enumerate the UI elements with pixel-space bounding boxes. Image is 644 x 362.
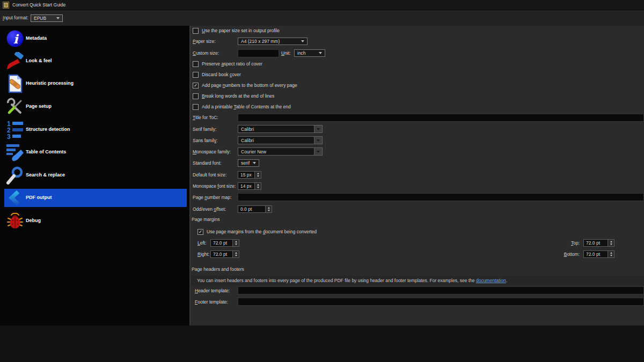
description-period: . [506,278,507,283]
sidebar-item-metadata[interactable]: i Metadata [4,28,187,49]
default-font-size-label-row: Default font size: [193,171,226,179]
default-font-size-label: Default font size: [193,172,226,178]
monospace-family-dropdown[interactable]: Courier New [238,147,323,156]
chevron-down-icon [319,52,322,54]
checkbox-box[interactable] [193,93,199,99]
toc-hand-icon [4,143,26,161]
footer-template-input[interactable] [238,298,644,306]
standard-font-dropdown[interactable]: serif [238,159,259,167]
page-number-map-label-row: Page number map: [193,194,231,201]
odd-even-offset-label-row: Odd/even offset: [193,205,226,213]
serif-family-dropdown[interactable]: Calibri [238,125,323,133]
page-margins-group-label: Page margins [192,216,219,223]
sidebar-item-label: PDF output [26,194,52,201]
paper-size-value: A4 (210 x 297 mm) [241,39,280,44]
checkbox-box[interactable]: ✓ [193,83,199,88]
monospace-font-size-spinner[interactable]: 14 px [238,182,261,190]
checkbox-box[interactable]: ✓ [197,229,203,235]
toc-title-input[interactable] [238,114,644,122]
margin-left-spinner[interactable]: 72.0 pt [210,239,239,247]
checkbox-box[interactable] [193,72,199,78]
margin-bottom-spinner[interactable]: 72.0 pt [583,250,614,258]
margin-right-value: 72.0 pt [211,251,232,257]
sidebar-item-debug[interactable]: Debug [4,210,187,232]
chevron-down-icon [317,128,320,130]
sidebar-item-label: Heuristic processing [26,80,74,87]
sidebar-item-page-setup[interactable]: Page setup [4,96,187,117]
standard-font-label-row: Standard font: [193,159,221,167]
chevron-down-icon [317,151,320,153]
sidebar-item-structure-detection[interactable]: 123 Structure detection [4,119,187,141]
spinner-buttons[interactable] [254,172,261,178]
spin-down-icon [610,255,612,256]
svg-text:3: 3 [7,133,11,139]
spin-up-icon [268,207,270,209]
spinner-buttons[interactable] [232,240,239,246]
monospace-family-label-row: Monospace family: [193,148,231,156]
sans-family-dropdown[interactable]: Calibri [238,136,323,144]
dropdown-button[interactable] [314,137,322,144]
custom-size-input[interactable] [238,49,279,57]
spinner-buttons[interactable] [608,240,614,246]
margin-right-spinner[interactable]: 72.0 pt [210,250,239,258]
checkbox-add-page-numbers[interactable]: ✓ Add page numbers to the bottom of ever… [193,82,297,89]
margin-left-value: 72.0 pt [211,240,232,246]
spin-down-icon [235,255,237,256]
chevron-down-icon [253,162,256,164]
dropdown-button[interactable] [314,148,322,155]
input-format-dropdown[interactable]: EPUB [31,14,63,22]
spinner-buttons[interactable] [232,251,239,257]
title-bar: Convert Quick Start Guide [0,0,644,10]
odd-even-offset-label: Odd/even offset: [193,206,226,212]
toc-title-label: Title for ToC: [193,115,218,120]
margin-top-value: 72.0 pt [584,240,608,246]
checkbox-printable-toc[interactable]: Add a printable Table of Contents at the… [193,103,291,110]
unit-label-row: Unit: [281,49,290,57]
spinner-buttons[interactable] [265,206,272,212]
checkbox-box[interactable] [193,61,199,67]
bottom-spacer [0,326,644,362]
spinner-buttons[interactable] [254,183,261,189]
header-template-input[interactable] [238,286,644,294]
footer-template-label-row: Footer template: [195,298,228,306]
chevron-down-icon [301,40,304,42]
page-headers-footers-group-label: Page headers and footers [192,265,244,273]
checkbox-box[interactable] [193,104,199,110]
unit-value: inch [297,50,306,56]
default-font-size-spinner[interactable]: 15 px [238,171,261,179]
documentation-link[interactable]: documentation [476,278,506,283]
paintbrush-icon [4,52,26,70]
dropdown-button[interactable] [314,125,322,132]
unit-dropdown[interactable]: inch [294,49,325,57]
sans-family-label: Sans family: [193,138,217,143]
margin-top-label: Top: [571,240,580,246]
checkbox-label: Add a printable Table of Contents at the… [202,104,291,109]
paper-size-dropdown[interactable]: A4 (210 x 297 mm) [238,38,308,45]
margin-top-spinner[interactable]: 72.0 pt [583,239,614,247]
headers-footers-description: You can insert headers and footers into … [191,276,644,285]
input-format-value: EPUB [34,16,46,21]
odd-even-offset-spinner[interactable]: 0.0 pt [238,205,272,213]
page-number-map-input[interactable] [238,193,644,201]
spinner-buttons[interactable] [608,251,614,257]
sidebar-item-label: Structure detection [26,126,70,133]
sidebar-item-look-and-feel[interactable]: Look & feel [4,50,187,72]
custom-size-label-row: Custom size: [193,49,219,57]
checkbox-use-document-margins[interactable]: ✓ Use page margins from the document bei… [197,228,317,235]
window-title: Convert Quick Start Guide [12,2,65,8]
checkbox-box[interactable] [193,28,199,34]
checkbox-preserve-aspect-ratio[interactable]: Preserve aspect ratio of cover [193,60,262,68]
numbered-list-icon: 123 [4,120,26,139]
serif-family-label-row: Serif family: [193,125,216,133]
sidebar-item-heuristic-processing[interactable]: Heuristic processing [4,73,187,94]
monospace-family-label: Monospace family: [193,149,231,154]
sidebar-item-search-replace[interactable]: Search & replace [4,165,187,186]
convert-book-icon [3,2,9,9]
sidebar-item-pdf-output[interactable]: PDF output [4,189,187,207]
checkbox-break-long-words[interactable]: Break long words at the end of lines [193,92,274,100]
sidebar-item-table-of-contents[interactable]: Table of Contents [4,142,187,163]
checkbox-discard-cover[interactable]: Discard book cover [193,71,241,78]
checkbox-use-output-profile-size[interactable]: Use the paper size set in output profile [193,27,280,34]
input-format-label-row: Input format: [3,14,28,21]
description-text: You can insert headers and footers into … [197,278,476,283]
